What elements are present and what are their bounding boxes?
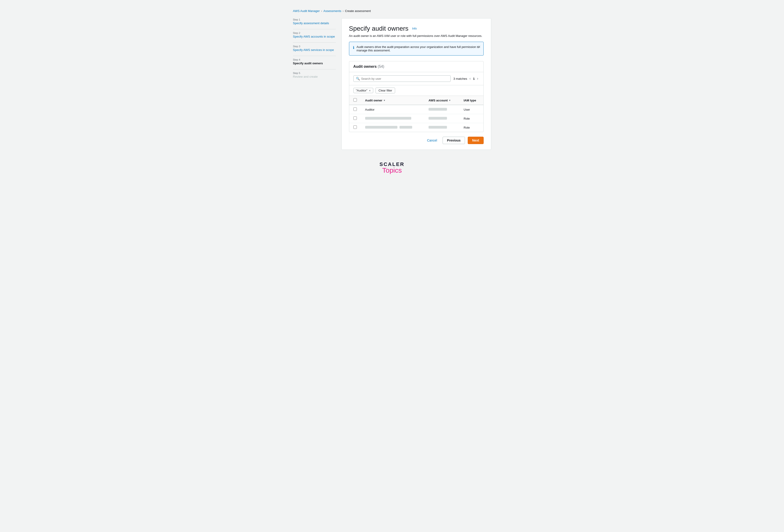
page-description: An audit owner is an AWS IAM user or rol… — [349, 34, 484, 37]
previous-button[interactable]: Previous — [443, 137, 465, 144]
breadcrumb-parent[interactable]: Assessments — [324, 9, 341, 13]
pagination-next-button[interactable]: › — [476, 76, 479, 81]
row-3-audit-owner — [361, 123, 425, 132]
step-5-label: Step 5 — [293, 72, 336, 75]
sidebar-step-5: Step 5 Review and create — [293, 72, 336, 78]
action-row: Cancel Previous Next — [349, 137, 484, 144]
search-box: 🔍 — [354, 75, 451, 82]
info-button[interactable]: Info — [411, 27, 418, 31]
col-iam-type: IAM type — [459, 96, 483, 105]
page-number: 1 — [473, 77, 475, 80]
sidebar-step-2: Step 2 Specify AWS accounts in scope — [293, 32, 336, 38]
select-all-checkbox[interactable] — [354, 98, 357, 102]
step-2-label: Step 2 — [293, 32, 336, 34]
sort-icon-aws-account: ▼ — [449, 99, 451, 102]
row-1-iam-type: User — [459, 105, 483, 114]
search-input[interactable] — [361, 77, 448, 80]
scaler-logo: SCALER Topics — [380, 161, 404, 174]
banner-close-button[interactable]: × — [478, 45, 481, 49]
pagination-prev-button[interactable]: ‹ — [469, 76, 472, 81]
row-2-aws-placeholder — [428, 117, 447, 120]
row-2-audit-placeholder — [365, 117, 411, 120]
select-all-col — [349, 96, 361, 105]
table-row: Role — [349, 114, 483, 123]
info-icon: ℹ — [353, 46, 354, 50]
row-1-check-col — [349, 105, 361, 114]
page-title: Specify audit owners — [349, 25, 409, 32]
next-button[interactable]: Next — [468, 137, 483, 144]
topics-text: Topics — [380, 166, 404, 174]
owners-panel-title: Audit owners — [354, 64, 377, 68]
row-3-iam-type: Role — [459, 123, 483, 132]
breadcrumb-home[interactable]: AWS Audit Manager — [293, 9, 320, 13]
breadcrumb-sep-1: › — [321, 9, 322, 13]
row-3-audit-placeholder-2 — [399, 126, 412, 129]
sidebar: Step 1 Specify assessment details Step 2… — [293, 18, 341, 150]
step-1-title[interactable]: Specify assessment details — [293, 22, 336, 25]
col-audit-owner: Audit owner ▼ — [361, 96, 425, 105]
row-1-audit-owner: Auditor — [361, 105, 425, 114]
sidebar-step-3: Step 3 Specify AWS services in scope — [293, 45, 336, 52]
step-4-title: Specify audit owners — [293, 61, 336, 65]
row-3-aws-placeholder — [428, 126, 447, 129]
cancel-button[interactable]: Cancel — [424, 137, 440, 144]
table-header-row: Audit owner ▼ AWS account ▼ — [349, 96, 483, 105]
col-aws-account: AWS account ▼ — [424, 96, 459, 105]
table-row: Role — [349, 123, 483, 132]
owners-count: (54) — [377, 64, 384, 68]
search-icon: 🔍 — [356, 77, 360, 80]
row-1-aws-account — [424, 105, 459, 114]
row-3-check-col — [349, 123, 361, 132]
row-1-checkbox[interactable] — [354, 107, 357, 111]
row-1-aws-placeholder — [428, 108, 447, 111]
sidebar-step-4: Step 4 Specify audit owners — [293, 58, 336, 65]
table-row: Auditor User — [349, 105, 483, 114]
sort-icon-audit-owner: ▼ — [383, 99, 386, 102]
step-3-title[interactable]: Specify AWS services in scope — [293, 48, 336, 52]
sidebar-step-1: Step 1 Specify assessment details — [293, 18, 336, 25]
step-3-label: Step 3 — [293, 45, 336, 48]
row-2-aws-account — [424, 114, 459, 123]
row-3-checkbox[interactable] — [354, 125, 357, 129]
row-3-audit-placeholder — [365, 126, 397, 129]
filter-tag-remove-button[interactable]: × — [369, 89, 371, 92]
banner-text: Audit owners drive the audit preparation… — [357, 45, 480, 52]
step-5-title: Review and create — [293, 75, 336, 78]
clear-filter-button[interactable]: Clear filter — [375, 88, 395, 93]
row-2-iam-type: Role — [459, 114, 483, 123]
step-4-label: Step 4 — [293, 58, 336, 61]
step-1-label: Step 1 — [293, 18, 336, 21]
row-2-audit-owner — [361, 114, 425, 123]
filter-row: "Auditor" × Clear filter — [349, 85, 483, 96]
owners-panel: Audit owners (54) 🔍 3 matches ‹ 1 › — [349, 61, 484, 132]
row-2-check-col — [349, 114, 361, 123]
page-title-row: Specify audit owners Info — [349, 25, 484, 32]
owners-controls: 🔍 3 matches ‹ 1 › — [349, 72, 483, 85]
step-2-title[interactable]: Specify AWS accounts in scope — [293, 35, 336, 38]
info-banner: ℹ Audit owners drive the audit preparati… — [349, 42, 484, 56]
row-2-checkbox[interactable] — [354, 116, 357, 120]
breadcrumb: AWS Audit Manager › Assessments › Create… — [293, 9, 491, 13]
filter-tag-auditor: "Auditor" × — [354, 88, 373, 93]
matches-info: 3 matches ‹ 1 › — [453, 76, 479, 81]
filter-tag-label: "Auditor" — [356, 89, 367, 92]
breadcrumb-current: Create assessment — [345, 9, 371, 13]
owners-table: Audit owner ▼ AWS account ▼ — [349, 96, 483, 132]
main-content: Specify audit owners Info An audit owner… — [341, 18, 491, 150]
row-3-aws-account — [424, 123, 459, 132]
matches-label: 3 matches — [453, 77, 467, 80]
breadcrumb-sep-2: › — [342, 9, 343, 13]
owners-panel-header: Audit owners (54) — [349, 61, 483, 72]
